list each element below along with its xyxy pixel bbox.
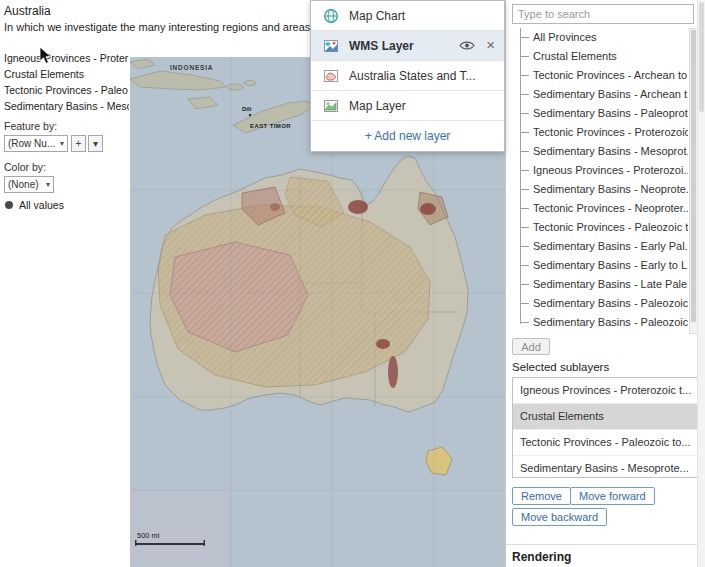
section-divider	[506, 544, 705, 545]
tree-item[interactable]: Tectonic Provinces - Proterozoic	[512, 123, 688, 142]
map-layer-icon	[322, 97, 339, 114]
tree-item-label: All Provinces	[533, 31, 597, 43]
tree-item[interactable]: Sedimentary Basins - Early to L...	[512, 256, 688, 275]
layer-row-map-chart[interactable]: Map Chart	[311, 1, 504, 31]
scale-label: 500 mi	[137, 531, 160, 540]
selected-sublayers-list: Igneous Provinces - Proterozoic t... Cru…	[512, 377, 698, 478]
add-sublayer-button[interactable]: Add	[512, 338, 550, 355]
tree-tick-icon	[520, 132, 529, 133]
tree-item-label: Sedimentary Basins - Archean t...	[533, 88, 688, 100]
tree-item[interactable]: Sedimentary Basins - Late Pale...	[512, 275, 688, 294]
tree-item-label: Crustal Elements	[533, 50, 617, 62]
tree-item-label: Sedimentary Basins - Paleozoic...	[533, 297, 688, 309]
legend-item[interactable]: Tectonic Provinces - Paleo	[0, 83, 129, 99]
tree-tick-icon	[520, 151, 529, 152]
panel-scrollbar[interactable]	[697, 0, 705, 567]
tree-item-label: Sedimentary Basins - Neoprote...	[533, 183, 688, 195]
layer-label: Map Chart	[349, 9, 405, 23]
page-title: Australia	[4, 4, 51, 18]
all-values-legend[interactable]: All values	[5, 199, 64, 211]
tree-item[interactable]: Sedimentary Basins - Archean t...	[512, 85, 688, 104]
ocean-tile	[130, 490, 231, 567]
layer-label: WMS Layer	[349, 39, 414, 53]
tree-tick-icon	[520, 265, 529, 266]
east-timor-label: EAST TIMOR	[250, 123, 291, 129]
sublayer-tree: All Provinces Crustal Elements Tectonic …	[512, 28, 688, 334]
color-by-dropdown[interactable]: (None) ▾	[4, 176, 54, 193]
tree-item[interactable]: Sedimentary Basins - Neoprote...	[512, 180, 688, 199]
tree-tick-icon	[520, 75, 529, 76]
close-icon[interactable]: ×	[479, 36, 504, 55]
tree-item[interactable]: Crustal Elements	[512, 47, 688, 66]
tree-tick-icon	[520, 170, 529, 171]
selected-sublayers-label: Selected sublayers	[512, 361, 609, 373]
tree-item-label: Tectonic Provinces - Proterozoic	[533, 126, 688, 138]
layer-label: Australia States and T...	[349, 69, 476, 83]
selected-sublayer-row[interactable]: Igneous Provinces - Proterozoic t...	[513, 378, 697, 404]
layer-row-map-layer[interactable]: Map Layer	[311, 91, 504, 121]
tree-item[interactable]: Sedimentary Basins - Mesoprot...	[512, 142, 688, 161]
color-swatch-icon	[5, 201, 13, 209]
feature-layer-icon	[322, 67, 339, 84]
legend-item[interactable]: Crustal Elements	[0, 67, 129, 83]
tree-connector-line	[520, 28, 521, 324]
tree-item[interactable]: Tectonic Provinces - Paleozoic t...	[512, 218, 688, 237]
legend-item[interactable]: Igneous Provinces - Proter	[0, 51, 129, 67]
legend-item[interactable]: Sedimentary Basins - Meso	[0, 99, 129, 115]
visibility-eye-icon[interactable]	[455, 38, 479, 53]
tree-scrollbar-thumb[interactable]	[691, 30, 696, 322]
selected-sublayer-row[interactable]: Tectonic Provinces - Paleozoic to...	[513, 430, 697, 456]
tree-item[interactable]: Sedimentary Basins - Paleoprot...	[512, 104, 688, 123]
feature-by-value: (Row Nu...	[8, 138, 55, 149]
tree-item[interactable]: All Provinces	[512, 28, 688, 47]
tree-tick-icon	[520, 227, 529, 228]
tree-tick-icon	[520, 246, 529, 247]
tree-item[interactable]: Tectonic Provinces - Neoproter...	[512, 199, 688, 218]
layer-row-wms-layer[interactable]: WMS Layer ×	[311, 31, 504, 61]
indonesia-label: INDONESIA	[170, 64, 213, 71]
tree-item[interactable]: Tectonic Provinces - Archean to...	[512, 66, 688, 85]
tree-tick-icon	[520, 113, 529, 114]
feature-by-dropdown[interactable]: (Row Nu... ▾	[4, 135, 68, 152]
tree-tick-icon	[520, 189, 529, 190]
tree-tick-icon	[520, 322, 529, 323]
tree-tick-icon	[520, 94, 529, 95]
tree-item[interactable]: Sedimentary Basins - Paleozoic...	[512, 294, 688, 313]
move-backward-button[interactable]: Move backward	[512, 508, 607, 526]
search-input[interactable]	[512, 4, 694, 24]
move-forward-button[interactable]: Move forward	[570, 487, 655, 505]
tree-tick-icon	[520, 208, 529, 209]
legend-panel: Igneous Provinces - Proter Crustal Eleme…	[0, 51, 129, 115]
chevron-down-icon: ▾	[60, 139, 64, 148]
tree-item-label: Sedimentary Basins - Early to L...	[533, 259, 688, 271]
tree-item-label: Sedimentary Basins - Late Pale...	[533, 278, 688, 290]
color-by-value: (None)	[8, 179, 39, 190]
tree-item-label: Sedimentary Basins - Early Pal...	[533, 240, 688, 252]
selected-sublayer-row[interactable]: Crustal Elements	[513, 404, 697, 430]
tree-item-label: Igneous Provinces - Proterozoi...	[533, 164, 688, 176]
axis-menu-button[interactable]: ▾	[88, 135, 103, 152]
tree-tick-icon	[520, 37, 529, 38]
rendering-section-header: Rendering	[512, 550, 571, 564]
tree-item-label: Tectonic Provinces - Archean to...	[533, 69, 688, 81]
layer-label: Map Layer	[349, 99, 406, 113]
wms-layer-icon	[322, 37, 339, 54]
tree-item[interactable]: Sedimentary Basins - Paleozoic...	[512, 313, 688, 332]
selected-sublayer-row[interactable]: Sedimentary Basins - Mesoprote...	[513, 456, 697, 481]
add-new-layer-link[interactable]: + Add new layer	[311, 121, 504, 151]
tree-item-label: Tectonic Provinces - Neoproter...	[533, 202, 688, 214]
chevron-down-icon: ▾	[46, 180, 50, 189]
tree-item-label: Tectonic Provinces - Paleozoic t...	[533, 221, 688, 233]
tree-item[interactable]: Igneous Provinces - Proterozoi...	[512, 161, 688, 180]
layer-row-australia-states[interactable]: Australia States and T...	[311, 61, 504, 91]
tree-item-label: Sedimentary Basins - Paleoprot...	[533, 107, 688, 119]
dili-label: Dili	[242, 106, 252, 112]
all-values-label: All values	[19, 199, 64, 211]
dili-marker	[249, 114, 252, 117]
remove-button[interactable]: Remove	[512, 487, 571, 505]
tree-tick-icon	[520, 284, 529, 285]
add-axis-button[interactable]: +	[71, 135, 86, 152]
globe-icon	[322, 7, 339, 24]
panel-scrollbar-thumb[interactable]	[699, 2, 704, 112]
tree-item[interactable]: Sedimentary Basins - Early Pal...	[512, 237, 688, 256]
